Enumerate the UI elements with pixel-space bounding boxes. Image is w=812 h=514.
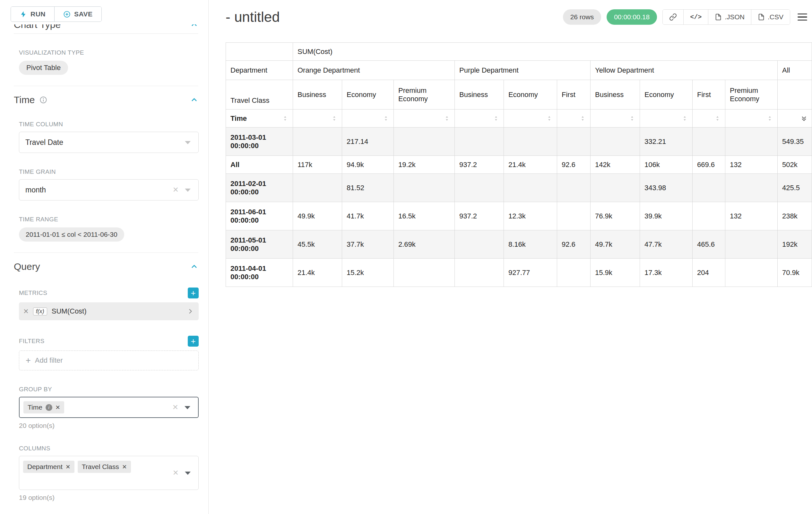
- pivot-sort-header: [640, 110, 693, 128]
- pivot-value-cell: 15.2k: [342, 259, 394, 287]
- pivot-class-header: Business: [590, 80, 640, 110]
- add-filter-button[interactable]: + Add filter: [19, 350, 199, 371]
- chevron-up-icon[interactable]: [190, 96, 198, 104]
- pivot-value-cell: [504, 128, 557, 156]
- close-icon[interactable]: ×: [23, 306, 29, 317]
- add-filter-plus-button[interactable]: +: [188, 336, 199, 347]
- sort-arrows-icon[interactable]: [331, 115, 337, 121]
- pivot-sort-header: [504, 110, 557, 128]
- menu-icon[interactable]: [795, 9, 809, 25]
- chart-area: - untitled 26 rows 00:00:00.18 </> .JSON: [209, 0, 812, 514]
- info-icon[interactable]: i: [46, 404, 52, 411]
- sort-arrows-icon[interactable]: [715, 115, 721, 121]
- info-icon: [39, 96, 47, 104]
- pivot-sort-header: [455, 110, 504, 128]
- caret-down-icon: [184, 406, 190, 409]
- run-button[interactable]: RUN: [11, 7, 54, 22]
- pivot-sort-header: [557, 110, 590, 128]
- section-query: Query METRICS + × f(x) SUM(Cost) FILTERS…: [14, 252, 198, 502]
- pivot-value-cell: 132: [725, 202, 778, 230]
- group-by-tag[interactable]: Time i ×: [23, 401, 64, 413]
- sort-arrows-icon[interactable]: [580, 115, 586, 121]
- pivot-class-header: Economy: [342, 80, 394, 110]
- pivot-value-cell: [725, 230, 778, 259]
- query-timer-badge: 00:00:00.18: [607, 9, 657, 25]
- sort-arrows-icon[interactable]: [629, 115, 635, 121]
- close-icon[interactable]: ×: [66, 463, 70, 470]
- pivot-value-cell: 19.2k: [394, 156, 455, 174]
- columns-select[interactable]: Department × Travel Class × ×: [19, 456, 199, 490]
- pivot-value-cell: [590, 128, 640, 156]
- sort-arrows-icon[interactable]: [282, 115, 288, 121]
- save-button[interactable]: SAVE: [54, 7, 102, 22]
- pivot-row-label: 2011-02-01 00:00:00: [226, 174, 293, 202]
- close-icon[interactable]: ×: [122, 463, 127, 470]
- time-range-value[interactable]: 2011-01-01 ≤ col < 2011-06-30: [19, 227, 124, 242]
- pivot-value-cell: 937.2: [455, 156, 504, 174]
- pivot-sort-header: [342, 110, 394, 128]
- pivot-value-cell: [693, 202, 725, 230]
- time-column-select[interactable]: Travel Date: [19, 132, 199, 153]
- pivot-class-header: Economy: [504, 80, 557, 110]
- pivot-class-header: Business: [455, 80, 504, 110]
- pivot-value-cell: [557, 202, 590, 230]
- control-panel-body: Chart Type VISUALIZATION TYPE Pivot Tabl…: [0, 19, 208, 502]
- sort-arrows-icon[interactable]: [383, 115, 389, 121]
- pivot-value-cell: [590, 174, 640, 202]
- columns-label: COLUMNS: [19, 445, 198, 452]
- columns-tag[interactable]: Department ×: [23, 461, 75, 473]
- metric-item[interactable]: × f(x) SUM(Cost): [19, 302, 199, 320]
- pivot-value-cell: 192k: [778, 230, 812, 259]
- pivot-class-header: Business: [293, 80, 342, 110]
- pivot-columns-dimension-header: Department: [226, 61, 293, 80]
- pivot-value-cell: 937.2: [455, 202, 504, 230]
- time-range-label: TIME RANGE: [19, 216, 198, 223]
- pivot-sub-dimension-header: Travel Class: [226, 80, 293, 110]
- pivot-value-cell: [725, 259, 778, 287]
- pivot-value-cell: 39.9k: [640, 202, 693, 230]
- chevron-up-icon[interactable]: [190, 263, 198, 271]
- sort-arrows-icon[interactable]: [767, 115, 773, 121]
- view-query-button[interactable]: </>: [683, 10, 708, 24]
- query-section-header[interactable]: Query: [14, 261, 198, 272]
- row-count-badge: 26 rows: [563, 9, 602, 25]
- sort-arrows-icon[interactable]: [546, 115, 552, 121]
- pivot-metric-header: SUM(Cost): [293, 43, 812, 61]
- add-metric-button[interactable]: +: [188, 288, 199, 298]
- chart-title[interactable]: - untitled: [226, 9, 280, 25]
- close-icon[interactable]: ×: [173, 184, 178, 195]
- sort-arrows-icon[interactable]: [682, 115, 688, 121]
- sort-arrows-icon[interactable]: [493, 115, 499, 121]
- pivot-value-cell: 12.3k: [504, 202, 557, 230]
- pivot-value-cell: 17.3k: [640, 259, 693, 287]
- pivot-table[interactable]: SUM(Cost)DepartmentOrange DepartmentPurp…: [226, 43, 812, 287]
- section-time: Time TIME COLUMN Travel Date TIME GRAIN …: [14, 86, 198, 242]
- pivot-value-cell: 92.6: [557, 230, 590, 259]
- group-by-select[interactable]: Time i × ×: [19, 397, 199, 418]
- pivot-class-header: Premium Economy: [394, 80, 455, 110]
- visualization-type-label: VISUALIZATION TYPE: [19, 49, 198, 56]
- sort-desc-icon[interactable]: [801, 115, 807, 122]
- plus-icon: +: [26, 356, 31, 365]
- time-section-header[interactable]: Time: [14, 94, 198, 105]
- export-json-button[interactable]: .JSON: [708, 10, 751, 24]
- bolt-icon: [20, 10, 27, 18]
- pivot-value-cell: 669.6: [693, 156, 725, 174]
- save-button-label: SAVE: [74, 10, 93, 18]
- time-grain-select[interactable]: month ×: [19, 179, 199, 200]
- pivot-value-cell: [394, 128, 455, 156]
- close-icon[interactable]: ×: [172, 402, 178, 412]
- sort-arrows-icon[interactable]: [444, 115, 450, 121]
- pivot-value-cell: 502k: [778, 156, 812, 174]
- pivot-class-header: Premium Economy: [725, 80, 778, 110]
- share-link-button[interactable]: [663, 10, 683, 24]
- pivot-value-cell: [293, 174, 342, 202]
- chevron-right-icon[interactable]: [186, 307, 194, 315]
- pivot-class-header: First: [557, 80, 590, 110]
- time-grain-label: TIME GRAIN: [19, 168, 198, 175]
- close-icon[interactable]: ×: [56, 404, 60, 411]
- visualization-type-value[interactable]: Pivot Table: [19, 61, 68, 75]
- export-csv-button[interactable]: .CSV: [751, 10, 790, 24]
- columns-tag[interactable]: Travel Class ×: [78, 461, 131, 473]
- close-icon[interactable]: ×: [173, 467, 178, 478]
